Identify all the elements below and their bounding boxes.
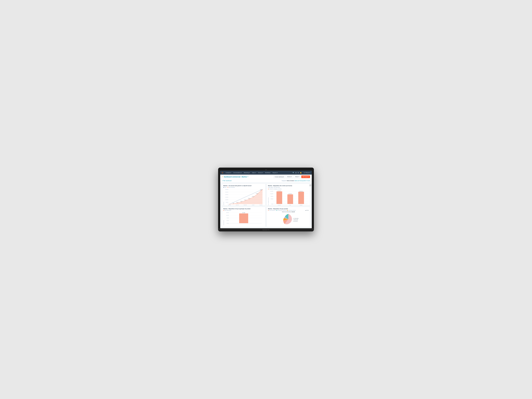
- pagination-value: 1/2: [306, 210, 308, 211]
- svg-text:840,218.0: 840,218.0: [256, 193, 258, 194]
- chart-1-main: 3,000,000 2,500,000 2,000,000 1,500,000 …: [224, 188, 264, 205]
- filter-dashboard-link[interactable]: ≡ Filter dashboard: [222, 180, 232, 181]
- svg-text:2700000: 2700000: [260, 190, 262, 190]
- chart-1-container: Sum (Amount): [223, 188, 264, 205]
- svg-text:€80,000: €80,000: [271, 196, 273, 197]
- star-icon[interactable]: ☆: [222, 176, 223, 177]
- nav-marketing[interactable]: Marketing ▾: [243, 172, 251, 174]
- widget-ca-typologie: Martine - Répartition CA par typologie d…: [222, 207, 265, 227]
- svg-text:0: 0: [228, 203, 228, 204]
- grid-icon[interactable]: ⊞: [295, 172, 297, 174]
- svg-point-14: [229, 204, 230, 204]
- header-actions: Create dashboard Actions ▾ Share ▾ Add r…: [273, 176, 310, 178]
- search-icon[interactable]: 🔍: [293, 172, 294, 174]
- svg-text:Paris: Paris: [289, 205, 291, 205]
- nav-icons: 🔍 ⊞ ⚙ 🔔 La Tribune ▾: [293, 172, 310, 174]
- legend-dot-soleil: [268, 210, 269, 211]
- svg-text:107,256: 107,256: [242, 212, 245, 213]
- svg-point-19: [249, 199, 249, 199]
- nav-sales[interactable]: Sales ▾: [251, 172, 257, 174]
- chart-3-ylabel: Sum (Net price): [223, 211, 224, 225]
- svg-text:€120,000: €120,000: [270, 191, 273, 192]
- legend-dot-publishing: [287, 210, 288, 211]
- chart-1-svg: 3,000,000 2,500,000 2,000,000 1,500,000 …: [224, 188, 264, 205]
- svg-point-21: [257, 194, 257, 195]
- svg-text:125,000: 125,000: [226, 212, 229, 213]
- settings-icon[interactable]: ⚙: [298, 172, 299, 174]
- pagination-label: ▲: [305, 210, 306, 211]
- legend-label-publishing: publishing la tribune: [288, 210, 296, 211]
- title-chevron-icon[interactable]: ▾: [247, 176, 248, 177]
- svg-text:Jul 2022: Jul 2022: [252, 205, 254, 205]
- svg-text:2,000,000: 2,000,000: [225, 194, 228, 195]
- chart-1-ylabel: Sum (Amount): [223, 188, 224, 205]
- legend-dot-media: [276, 210, 277, 211]
- pagination-down[interactable]: ▼: [308, 210, 309, 211]
- legend-label-w2: Amount in company currency: [269, 188, 282, 190]
- nav-menu: Contacts ▾ Conversations ▾ Marketing ▾ S…: [225, 172, 293, 174]
- svg-text:3,000,000: 3,000,000: [225, 189, 228, 190]
- widget-1-legend: Goal Sum (Amount): [223, 187, 264, 188]
- total-label: Total Sum (Net price):: [282, 211, 291, 212]
- legend-label-soleil: soleil quotidienne: [269, 210, 276, 211]
- svg-text:Jan 2022: Jan 2022: [228, 205, 231, 205]
- user-menu[interactable]: La Tribune ▾: [304, 172, 310, 173]
- svg-text:(No value): (No value): [278, 205, 281, 205]
- total-value: 182,256: [291, 211, 295, 212]
- svg-text:May 2022: May 2022: [244, 205, 247, 205]
- share-button[interactable]: Share ▾: [294, 176, 300, 178]
- sidebar-collapse-button[interactable]: ‹: [310, 180, 312, 183]
- svg-text:500,000: 500,000: [226, 202, 228, 203]
- actions-button[interactable]: Actions ▾: [286, 176, 293, 178]
- svg-point-16: [237, 203, 238, 203]
- svg-text:Sep 2022: Sep 2022: [260, 205, 262, 205]
- svg-text:25,000: 25,000: [227, 223, 229, 224]
- svg-rect-50: [287, 194, 293, 204]
- create-dashboard-button[interactable]: Create dashboard: [273, 176, 285, 178]
- svg-text:7.73%(11,000): 7.73%(11,000): [293, 219, 298, 220]
- svg-text:Mar 2022: Mar 2022: [236, 205, 239, 205]
- nav-service[interactable]: Service ▾: [257, 172, 264, 174]
- widget-ventes-bureau: Martine - Répartition des ventes par bur…: [267, 184, 310, 205]
- add-report-button[interactable]: Add report ▾: [301, 176, 310, 178]
- svg-text:€100,000: €100,000: [270, 193, 273, 194]
- svg-point-22: [261, 190, 261, 191]
- legend-label-goal: Goal: [224, 187, 226, 188]
- top-navigation: ⬡ Contacts ▾ Conversations ▾ Marketing ▾…: [220, 171, 312, 175]
- widget-3-title: Martine - Répartition CA par typologie d…: [223, 208, 264, 209]
- assigned-link[interactable]: Salons de Francqueville +8 more: [295, 180, 310, 181]
- nav-conversations[interactable]: Conversations ▾: [232, 172, 242, 174]
- svg-rect-68: [239, 213, 248, 223]
- dashboard-grid: Martine - CA annuel total généré vs obje…: [220, 182, 312, 228]
- filter-bar: ≡ Filter dashboard Assigned: Users & tea…: [220, 179, 312, 182]
- pagination[interactable]: ▲ 1/2 ▼: [305, 210, 309, 211]
- nav-workflows[interactable]: Workflows: [264, 172, 272, 174]
- legend-dot-amount: [228, 187, 228, 188]
- hubspot-logo: ⬡: [222, 172, 223, 174]
- svg-text:105,094.0: 105,094.0: [236, 202, 239, 203]
- svg-text:311,204.0: 311,204.0: [244, 200, 247, 200]
- svg-point-15: [233, 204, 234, 204]
- svg-text:€185,666.00: €185,666.00: [299, 191, 303, 191]
- svg-text:75,000: 75,000: [227, 218, 229, 218]
- legend-dot-w3: [223, 210, 224, 211]
- assigned-info: Assigned: Users & teams Salons de Francq…: [282, 180, 310, 181]
- svg-point-17: [241, 202, 241, 202]
- dashboard-header: ☆ Dashboard commercial - Martine ▾ Creat…: [220, 175, 312, 179]
- chart-4-header: soleil quotidienne médiatisation publish…: [268, 210, 309, 211]
- widget-3-legend: Sum (Net price): [223, 210, 264, 211]
- legend-label-media: médiatisation publishing: [277, 210, 286, 211]
- widget-4-title: Martine - Répartition CA par produit: [268, 208, 309, 209]
- bell-icon[interactable]: 🔔: [300, 172, 302, 174]
- nav-contacts[interactable]: Contacts ▾: [225, 172, 232, 174]
- svg-text:€776,344.00: €776,344.00: [278, 190, 281, 191]
- svg-text:840,210.0: 840,210.0: [252, 196, 254, 197]
- legend-label-w3: Sum (Net price): [224, 210, 231, 211]
- svg-text:50,000: 50,000: [227, 220, 229, 221]
- chat-icon[interactable]: 💬: [309, 184, 311, 187]
- svg-text:100,000: 100,000: [226, 215, 229, 216]
- svg-text:172,664.0: 172,664.0: [240, 201, 242, 202]
- svg-text:€0.00: €0.00: [272, 204, 273, 204]
- nav-reports[interactable]: Reports ▾: [272, 172, 279, 174]
- filter-icon: ≡: [222, 180, 223, 181]
